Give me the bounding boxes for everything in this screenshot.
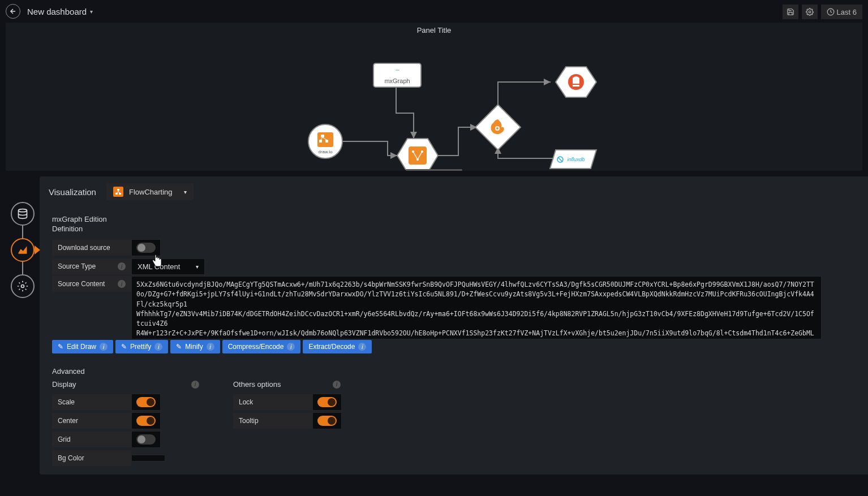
viz-name: FlowCharting — [129, 188, 173, 196]
editor-panel: Visualization FlowCharting ▾ mxGraph Edi… — [40, 176, 868, 475]
tooltip-label: Tooltip — [233, 413, 312, 429]
svg-text:draw.io: draw.io — [318, 149, 333, 154]
resize-handle[interactable] — [406, 169, 462, 171]
svg-line-36 — [117, 192, 118, 193]
edit-draw-button[interactable]: ✎Edit Drawi — [52, 340, 113, 353]
others-heading: Others optionsi — [233, 380, 341, 389]
svg-text:influxdb: influxdb — [567, 157, 585, 162]
grid-label: Grid — [52, 432, 131, 447]
flowchart-diagram: 〰 mxGraph draw.io — [6, 40, 862, 170]
settings-button[interactable] — [802, 5, 818, 19]
info-icon: i — [154, 343, 162, 351]
scale-toggle[interactable] — [136, 397, 156, 407]
bgcolor-label: Bg Color — [52, 450, 131, 466]
info-icon: i — [358, 343, 366, 351]
scale-label: Scale — [52, 394, 131, 410]
editor-tabs-rail — [6, 176, 40, 475]
svg-rect-9 — [325, 140, 328, 143]
grid-toggle[interactable] — [136, 434, 156, 445]
compress-button[interactable]: Compress/Encodei — [222, 340, 301, 353]
tab-queries[interactable] — [11, 202, 35, 226]
svg-rect-34 — [119, 193, 121, 195]
source-type-select[interactable]: XML Content ▾ — [131, 258, 205, 275]
save-button[interactable] — [783, 5, 798, 19]
center-toggle[interactable] — [136, 416, 156, 426]
info-icon: i — [100, 343, 108, 351]
svg-rect-32 — [117, 189, 119, 191]
flowchart-icon — [113, 187, 123, 197]
title-text: New dashboard — [27, 7, 87, 16]
svg-rect-25 — [573, 85, 579, 87]
visualization-picker[interactable]: FlowCharting ▾ — [106, 183, 194, 200]
svg-point-31 — [22, 285, 24, 288]
info-icon[interactable]: i — [333, 381, 341, 389]
info-icon[interactable]: i — [118, 262, 126, 270]
dashboard-title[interactable]: New dashboard ▾ — [27, 7, 93, 16]
tab-general[interactable] — [11, 274, 35, 298]
chevron-down-icon: ▾ — [90, 8, 93, 15]
time-label: Last 6 — [837, 8, 857, 16]
section-definition: Definition — [52, 225, 859, 233]
download-source-label: Download source — [52, 240, 131, 256]
svg-rect-7 — [321, 135, 324, 137]
chevron-down-icon: ▾ — [184, 189, 187, 195]
svg-line-37 — [118, 192, 120, 193]
info-icon[interactable]: i — [118, 280, 126, 288]
lock-toggle[interactable] — [317, 397, 337, 407]
advanced-heading: Advanced — [52, 367, 199, 376]
header: New dashboard ▾ Last 6 — [0, 0, 868, 23]
tooltip-toggle[interactable] — [317, 416, 337, 426]
lock-label: Lock — [233, 394, 312, 410]
svg-text:〰: 〰 — [396, 68, 399, 72]
back-button[interactable] — [6, 4, 20, 19]
svg-text:mxGraph: mxGraph — [384, 77, 410, 84]
info-icon: i — [207, 343, 214, 351]
visualization-label: Visualization — [49, 187, 96, 197]
minify-button[interactable]: ✎Minifyi — [170, 340, 220, 353]
tab-visualization[interactable] — [11, 238, 35, 262]
time-range-button[interactable]: Last 6 — [821, 5, 862, 19]
info-icon: i — [287, 343, 295, 351]
svg-point-30 — [19, 209, 27, 212]
section-edition: mxGraph Edition — [52, 215, 859, 223]
source-content-label: Source Content i — [52, 276, 131, 292]
panel-preview: Panel Title 〰 mxGraph — [6, 23, 862, 171]
bgcolor-field[interactable] — [131, 455, 165, 462]
panel-title: Panel Title — [6, 23, 862, 38]
prettify-button[interactable]: ✎Prettifyi — [115, 340, 168, 353]
svg-point-0 — [809, 11, 811, 13]
source-type-label: Source Type i — [52, 258, 131, 274]
svg-rect-14 — [409, 146, 427, 165]
source-content-textarea[interactable]: 5XxZs6NGtu6vcdyndjBJQo/MAgECgYTg5QSTmAcx… — [131, 276, 822, 339]
svg-rect-8 — [319, 140, 322, 143]
info-icon[interactable]: i — [191, 381, 199, 389]
svg-point-22 — [496, 127, 499, 130]
download-source-toggle[interactable] — [136, 243, 156, 253]
chevron-down-icon: ▾ — [196, 264, 199, 270]
extract-button[interactable]: Extract/Decodei — [303, 340, 372, 353]
center-label: Center — [52, 413, 131, 429]
svg-rect-33 — [115, 193, 118, 195]
display-heading: Displayi — [52, 380, 199, 389]
